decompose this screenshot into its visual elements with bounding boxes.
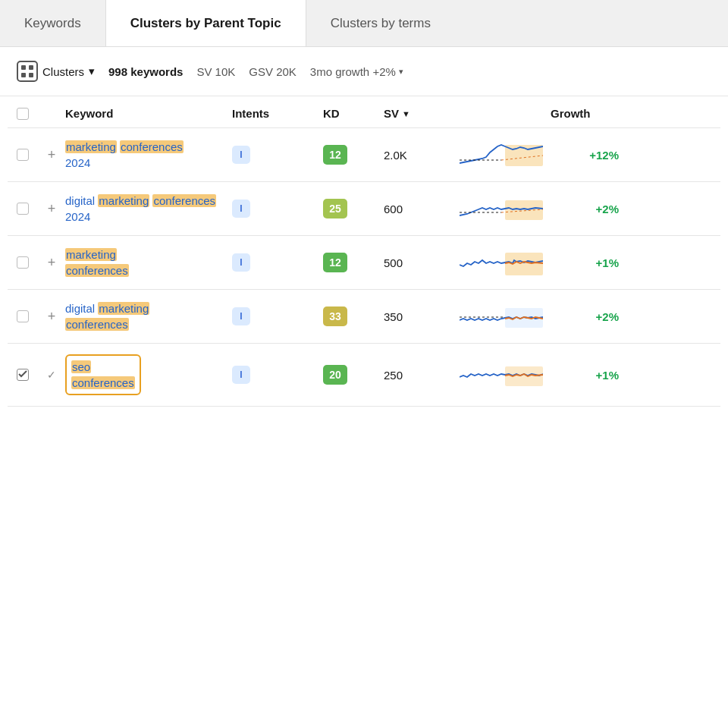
row-checkbox[interactable] bbox=[17, 310, 29, 322]
toolbar: Clusters ▾ 998 keywords SV 10K GSV 20K 3… bbox=[0, 47, 728, 96]
kd-cell: 33 bbox=[323, 306, 384, 326]
sv-cell: 500 bbox=[384, 256, 452, 269]
sparkline-cell bbox=[452, 300, 551, 332]
keyword-cell: marketingconferences bbox=[65, 247, 232, 278]
sort-icon: ▼ bbox=[402, 109, 410, 118]
cluster-icon-svg bbox=[20, 64, 34, 78]
kd-cell: 12 bbox=[323, 145, 384, 165]
checked-icon[interactable]: ✓ bbox=[38, 369, 65, 381]
svg-rect-2 bbox=[29, 65, 33, 70]
add-keyword-button[interactable]: + bbox=[38, 255, 65, 271]
growth-cell: +2% bbox=[551, 203, 619, 215]
svg-rect-1 bbox=[21, 73, 26, 77]
sparkline-cell bbox=[452, 359, 551, 391]
add-keyword-button[interactable]: + bbox=[38, 201, 65, 217]
sv-cell: 600 bbox=[384, 203, 452, 215]
th-keyword: Keyword bbox=[65, 107, 232, 120]
keyword-table: Keyword Intents KD SV ▼ Growth + marketi… bbox=[0, 96, 728, 407]
svg-rect-7 bbox=[505, 200, 543, 220]
tab-clusters-parent[interactable]: Clusters by Parent Topic bbox=[105, 0, 306, 46]
sparkline-chart bbox=[460, 300, 543, 332]
cluster-icon bbox=[17, 61, 38, 82]
growth-chevron-icon: ▾ bbox=[399, 67, 403, 77]
intent-cell: I bbox=[232, 146, 323, 164]
keyword-cell: digital marketingconferences bbox=[65, 300, 232, 332]
intent-cell: I bbox=[232, 200, 323, 218]
sv-cell: 2.0K bbox=[384, 149, 452, 162]
row-checkbox[interactable] bbox=[17, 149, 29, 161]
growth-dropdown[interactable]: 3mo growth +2% ▾ bbox=[310, 65, 403, 78]
keyword-cell: digital marketing conferences2024 bbox=[65, 193, 232, 225]
svg-rect-10 bbox=[505, 253, 543, 275]
clusters-dropdown[interactable]: Clusters ▾ bbox=[17, 61, 95, 82]
kd-cell: 25 bbox=[323, 199, 384, 218]
select-all-checkbox[interactable] bbox=[17, 108, 29, 120]
growth-cell: +12% bbox=[551, 149, 619, 162]
keywords-count: 998 keywords bbox=[108, 65, 183, 78]
table-row: ✓ seoconferences I 20 250 +1% bbox=[8, 344, 720, 407]
tab-bar: Keywords Clusters by Parent Topic Cluste… bbox=[0, 0, 728, 47]
row-checkbox[interactable] bbox=[17, 256, 29, 269]
sparkline-cell bbox=[452, 247, 551, 278]
keyword-link[interactable]: digital marketingconferences bbox=[65, 302, 149, 331]
th-kd: KD bbox=[323, 107, 384, 120]
th-sv[interactable]: SV ▼ bbox=[384, 107, 452, 120]
sv-stat: SV 10K bbox=[196, 65, 235, 78]
sparkline-chart bbox=[460, 139, 543, 171]
intent-cell: I bbox=[232, 366, 323, 384]
gsv-stat: GSV 20K bbox=[249, 65, 297, 78]
kd-cell: 20 bbox=[323, 365, 384, 385]
keyword-cell: marketing conferences2024 bbox=[65, 139, 232, 171]
sparkline-cell bbox=[452, 193, 551, 225]
keyword-link[interactable]: seoconferences bbox=[71, 360, 135, 389]
growth-cell: +1% bbox=[551, 369, 619, 382]
sparkline-cell bbox=[452, 139, 551, 171]
svg-rect-3 bbox=[29, 73, 33, 77]
growth-cell: +2% bbox=[551, 310, 619, 323]
selected-keyword-box: seoconferences bbox=[65, 354, 141, 395]
checkmark-icon bbox=[18, 370, 27, 378]
keyword-link[interactable]: marketing conferences2024 bbox=[65, 140, 184, 169]
keyword-link[interactable]: digital marketing conferences2024 bbox=[65, 194, 216, 223]
sparkline-chart bbox=[460, 247, 543, 278]
intent-cell: I bbox=[232, 307, 323, 325]
growth-cell: +1% bbox=[551, 256, 619, 269]
keyword-link[interactable]: marketingconferences bbox=[65, 248, 129, 277]
row-checkbox[interactable] bbox=[17, 203, 29, 215]
table-row: + marketing conferences2024 I 12 2.0K +1… bbox=[8, 128, 720, 182]
svg-rect-13 bbox=[505, 366, 543, 386]
intent-cell: I bbox=[232, 253, 323, 272]
kd-cell: 12 bbox=[323, 253, 384, 272]
tab-keywords[interactable]: Keywords bbox=[0, 0, 105, 46]
add-keyword-button[interactable]: + bbox=[38, 147, 65, 163]
table-row: + digital marketingconferences I 33 350 … bbox=[8, 290, 720, 344]
add-keyword-button[interactable]: + bbox=[38, 309, 65, 325]
table-header: Keyword Intents KD SV ▼ Growth bbox=[8, 96, 720, 128]
tab-clusters-terms[interactable]: Clusters by terms bbox=[306, 0, 455, 46]
header-checkbox[interactable] bbox=[8, 108, 38, 120]
sv-cell: 250 bbox=[384, 369, 452, 382]
th-intents: Intents bbox=[232, 107, 323, 120]
row-checkbox[interactable] bbox=[17, 369, 29, 381]
th-growth: Growth bbox=[551, 107, 619, 120]
sparkline-chart bbox=[460, 359, 543, 391]
table-row: + marketingconferences I 12 500 +1% bbox=[8, 236, 720, 290]
sv-cell: 350 bbox=[384, 310, 452, 323]
keyword-cell: seoconferences bbox=[65, 354, 232, 395]
table-row: + digital marketing conferences2024 I 25… bbox=[8, 182, 720, 236]
clusters-chevron-icon: ▾ bbox=[89, 64, 95, 78]
sparkline-chart bbox=[460, 193, 543, 225]
svg-rect-0 bbox=[21, 65, 26, 70]
